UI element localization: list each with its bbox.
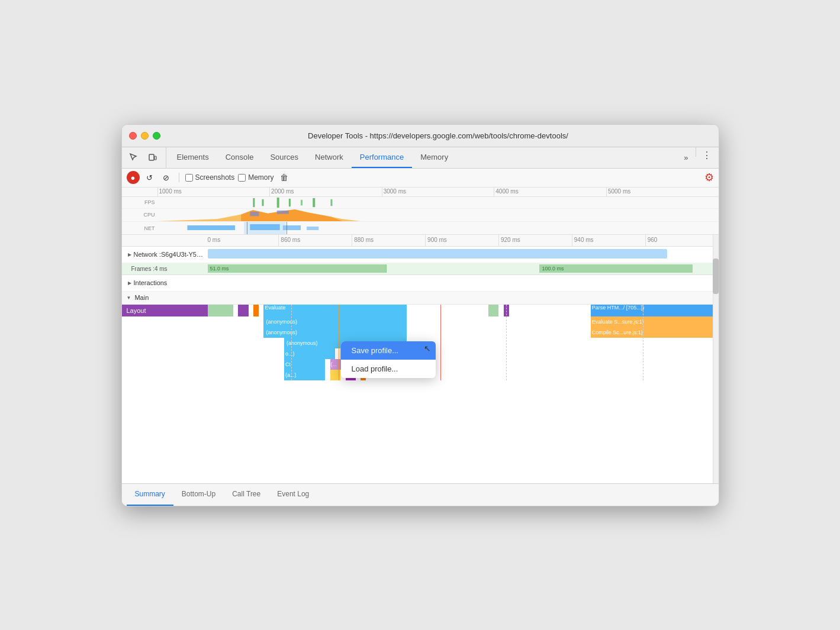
evaluate-bar[interactable]: Evaluate xyxy=(263,305,407,316)
call-content-6: (a...) xyxy=(208,370,719,380)
device-toolbar-icon[interactable] xyxy=(144,149,161,166)
compile-sure-bar[interactable]: Compile Sc...ure.js:1) xyxy=(591,327,713,338)
call-content-5: Ct (... xyxy=(208,359,719,370)
fps-label: FPS xyxy=(122,197,157,208)
memory-checkbox[interactable] xyxy=(238,174,246,182)
tab-performance[interactable]: Performance xyxy=(352,147,412,168)
cpu-label: CPU xyxy=(122,209,157,221)
reload-record-button[interactable]: ↺ xyxy=(143,171,156,184)
svg-rect-6 xyxy=(301,199,302,205)
call-spacer-6 xyxy=(122,370,208,380)
evaluate-sure-bar[interactable]: Evaluate S...sure.js:1) xyxy=(591,316,713,327)
o-bar[interactable]: o...) xyxy=(284,348,335,359)
interactions-triangle-icon: ▶ xyxy=(128,280,131,286)
timeline-scrollbar[interactable] xyxy=(713,235,719,483)
tab-event-log[interactable]: Event Log xyxy=(269,484,317,506)
call-content-4: o...) (... xyxy=(208,348,719,359)
fps-track: FPS xyxy=(122,197,719,209)
call-level-1: (anonymous) Evaluate S...sure.js:1) xyxy=(122,316,719,327)
parse-html-bar[interactable]: Parse HTM.../ [705...]) xyxy=(591,305,713,316)
load-profile-menu-item[interactable]: Load profile... xyxy=(341,360,436,378)
element-picker-icon[interactable] xyxy=(125,149,142,166)
call-spacer-2 xyxy=(122,327,208,338)
svg-rect-0 xyxy=(149,154,154,160)
screenshots-label: Screenshots xyxy=(195,173,235,182)
stop-button[interactable]: ⊘ xyxy=(160,171,173,184)
call-level-2: (anonymous) Compile Sc...ure.js:1) xyxy=(122,327,719,338)
selection-end xyxy=(287,222,287,235)
tab-sources[interactable]: Sources xyxy=(262,147,307,168)
network-bar xyxy=(208,249,668,259)
frames-content: 51.0 ms 100.0 ms xyxy=(208,263,719,274)
network-timeline-row[interactable]: ▶ Network :S6g4U3t-Y5UEw0IE80IlgEseQY3FE… xyxy=(122,247,719,263)
interactions-timeline-row[interactable]: ▶ Interactions xyxy=(122,275,719,292)
layout-bar-5 xyxy=(488,305,498,316)
anonymous-bar-1[interactable]: (anonymous) xyxy=(263,316,407,327)
screenshots-checkbox[interactable] xyxy=(185,174,193,182)
zoom-tick-5: 940 ms xyxy=(572,235,645,247)
title-bar: Developer Tools - https://developers.goo… xyxy=(122,125,719,147)
nav-tabs: Elements Console Sources Network Perform… xyxy=(169,147,680,168)
svg-rect-13 xyxy=(187,225,235,230)
frames-row: Frames :4 ms 51.0 ms 100.0 ms xyxy=(122,263,719,275)
clear-button[interactable]: 🗑 xyxy=(278,172,291,183)
cpu-track: CPU xyxy=(122,209,719,222)
svg-rect-1 xyxy=(155,156,156,160)
layout-row[interactable]: Layout Evaluate Parse HTM.../ [705...]) xyxy=(122,305,719,316)
tab-network[interactable]: Network xyxy=(307,147,352,168)
minimize-button[interactable] xyxy=(141,132,149,140)
zoom-tick-3: 900 ms xyxy=(425,235,498,247)
ruler-tick-2: 2000 ms xyxy=(269,188,382,197)
svg-rect-16 xyxy=(307,227,318,230)
tab-summary[interactable]: Summary xyxy=(127,484,173,506)
maximize-button[interactable] xyxy=(153,132,160,140)
ruler-tick-1: 1000 ms xyxy=(157,188,270,197)
zoom-tick-1: 860 ms xyxy=(278,235,352,247)
window-title: Developer Tools - https://developers.goo… xyxy=(165,131,712,140)
main-section-label: Main xyxy=(134,294,149,301)
devtools-menu-button[interactable]: ⋮ xyxy=(699,147,715,164)
timeline-overview[interactable]: 1000 ms 2000 ms 3000 ms 4000 ms 5000 ms … xyxy=(122,188,719,235)
close-button[interactable] xyxy=(129,132,137,140)
yellow-mini xyxy=(330,370,340,380)
tab-call-tree[interactable]: Call Tree xyxy=(224,484,269,506)
save-profile-menu-item[interactable]: Save profile... ↖ xyxy=(341,341,436,360)
ct-bar[interactable]: Ct xyxy=(284,359,325,370)
nav-icons xyxy=(125,147,166,168)
zoom-ruler: 0 ms 860 ms 880 ms 900 ms 920 ms 940 ms … xyxy=(122,235,719,247)
tab-memory[interactable]: Memory xyxy=(412,147,456,168)
more-tabs-button[interactable]: » xyxy=(679,147,693,168)
memory-checkbox-group[interactable]: Memory xyxy=(238,173,273,182)
timeline-main[interactable]: 0 ms 860 ms 880 ms 900 ms 920 ms 940 ms … xyxy=(122,235,719,483)
settings-button[interactable]: ⚙ xyxy=(704,171,714,184)
layout-bar-3 xyxy=(253,305,259,316)
call-spacer-3 xyxy=(122,338,208,348)
zoom-tick-0: 0 ms xyxy=(208,235,279,247)
overview-ruler: 1000 ms 2000 ms 3000 ms 4000 ms 5000 ms xyxy=(122,188,719,197)
network-row-content xyxy=(208,247,719,263)
tab-console[interactable]: Console xyxy=(217,147,262,168)
layout-label: Layout xyxy=(122,305,208,316)
context-menu: Save profile... ↖ Load profile... xyxy=(341,341,436,378)
zoom-tick-6: 960 xyxy=(645,235,719,247)
ruler-tick-3: 3000 ms xyxy=(382,188,494,197)
main-section-header[interactable]: ▼ Main xyxy=(122,292,719,305)
frame-segment-2: 100.0 ms xyxy=(539,264,693,273)
a-bar[interactable]: (a...) xyxy=(284,370,325,380)
net-track: NET xyxy=(122,222,719,235)
net-label: NET xyxy=(122,222,157,235)
tab-bottom-up[interactable]: Bottom-Up xyxy=(173,484,224,506)
screenshots-checkbox-group[interactable]: Screenshots xyxy=(185,173,235,182)
svg-rect-8 xyxy=(330,199,332,205)
bottom-tabs: Summary Bottom-Up Call Tree Event Log xyxy=(122,483,719,506)
record-button[interactable]: ● xyxy=(127,171,140,184)
frames-label: Frames :4 ms xyxy=(122,266,208,272)
selection-start xyxy=(247,222,247,235)
scrollbar-thumb[interactable] xyxy=(713,259,719,294)
anonymous-bar-2[interactable]: (anonymous) xyxy=(263,327,407,338)
net-track-content xyxy=(157,222,719,235)
tab-elements[interactable]: Elements xyxy=(169,147,217,168)
network-row-label: ▶ Network :S6g4U3t-Y5UEw0IE80IlgEseQY3FE… xyxy=(122,251,208,258)
devtools-nav: Elements Console Sources Network Perform… xyxy=(122,147,719,169)
interactions-row-text: Interactions xyxy=(134,279,168,286)
